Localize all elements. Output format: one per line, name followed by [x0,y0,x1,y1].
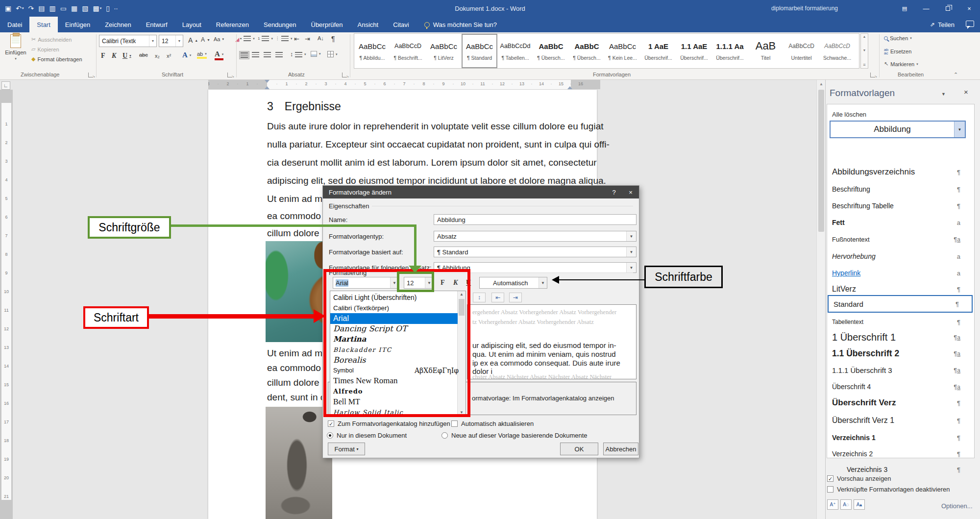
chevron-down-icon[interactable]: ▼ [626,247,636,257]
auto-update-checkbox[interactable]: Automatisch aktualisieren [451,420,534,427]
comments-icon[interactable] [966,21,974,27]
gallery-style-überschrif[interactable]: 1.1.1 AaÜberschrif... [712,34,748,68]
align-left-button[interactable] [239,51,249,59]
gallery-style-titel[interactable]: AaBTitel [748,34,784,68]
pane-close-icon[interactable]: × [964,88,968,96]
style-item-1-überschrift-1[interactable]: 1 Überschrift 1¶a [827,330,973,345]
shrink-font-button[interactable]: A▼ [201,36,210,43]
text-effects-button[interactable]: A▾ [182,51,191,59]
new-documents-radio[interactable]: Neue auf dieser Vorlage basierende Dokum… [441,432,588,439]
document-scrollbar[interactable]: ▲ [816,80,825,519]
styles-gallery-scrollbar[interactable]: ▲ ▼ ≡ [860,33,868,69]
style-item-1-1-überschrift-2[interactable]: 1.1 Überschrift 2¶a [827,346,973,361]
hanging-indent-marker[interactable] [265,84,270,89]
tab-citavi[interactable]: Citavi [386,17,416,32]
bullet-list-icon[interactable]: •▾ [240,36,255,41]
font-color-button[interactable]: A▾ [215,50,223,60]
decrease-indent-icon[interactable]: ⇤ [491,293,504,302]
decrease-indent-icon[interactable]: ⇤ [294,35,299,43]
gallery-style-untertitel[interactable]: AaBbCcDUntertitel [784,34,819,68]
selected-style-combo[interactable]: Abbildung ▼ [830,121,966,138]
gallery-style-standard[interactable]: AaBbCc¶ Standard [462,34,497,68]
scrollbar-thumb[interactable] [818,90,824,232]
paste-button[interactable]: Einfügen ▾ [3,34,28,61]
clear-formatting-icon[interactable]: ◢ [228,36,239,43]
tab-zeichnen[interactable]: Zeichnen [98,17,138,32]
italic-button[interactable]: K [112,52,116,60]
style-item-fußnotentext[interactable]: Fußnotentext¶a [827,232,973,247]
clipboard-dialog-launcher[interactable] [88,73,93,77]
select-button[interactable]: ↖ Markieren ▾ [884,61,918,67]
justify-button[interactable] [275,52,283,57]
paragraph-dialog-launcher[interactable] [342,73,347,77]
dialog-close-icon[interactable]: × [622,186,639,198]
tab-sendungen[interactable]: Sendungen [256,17,304,32]
underline-button[interactable]: U ▾ [122,52,131,60]
scroll-up-icon[interactable]: ▲ [863,35,866,38]
name-input[interactable]: Abbildung [434,214,637,225]
line-spacing-icon[interactable]: ↕ [473,293,486,302]
tab-stop-selector[interactable]: ∟ [1,81,10,90]
style-item-fett[interactable]: Fetta [827,215,973,230]
chevron-down-icon[interactable]: ▼ [626,231,636,241]
paste-dropdown-icon[interactable]: ▾ [15,57,17,61]
add-to-gallery-checkbox[interactable]: ✓ Zum Formatvorlagenkatalog hinzufügen [328,420,450,427]
style-item-hervorhebung[interactable]: Hervorhebunga [827,249,973,264]
style-item-verzeichnis-2[interactable]: Verzeichnis 2¶ [827,446,973,461]
minimize-button[interactable]: — [915,0,937,17]
gallery-style-litverz[interactable]: AaBbCc¶ LitVerz [426,34,462,68]
shading-icon[interactable]: ▾ [311,51,321,57]
bold-button[interactable]: F [101,52,105,60]
tab-ansicht[interactable]: Ansicht [350,17,386,32]
find-button[interactable]: Suchen ▾ [884,35,912,41]
style-item-überschrift-4[interactable]: Überschrift 4¶a [827,379,973,394]
tab-layout[interactable]: Layout [175,17,209,32]
gallery-style-übersch[interactable]: AaBbC¶ Übersch... [533,34,569,68]
style-item-beschriftung[interactable]: Beschriftung¶ [827,182,973,197]
style-item-überschrift-verz-1[interactable]: Überschrift Verz 1¶ [827,413,973,428]
styles-dialog-launcher[interactable] [870,73,875,77]
highlight-color-button[interactable]: ab▾ [197,51,207,59]
sort-icon[interactable]: A↓ [318,35,324,41]
chevron-down-icon[interactable]: ▼ [175,35,183,47]
font-name-combo[interactable]: Calibri (Textk ▼ [99,35,157,47]
style-item-1-1-1-überschrift-3[interactable]: 1.1.1 Überschrift 3¶a [827,363,973,377]
format-menu-button[interactable]: Format ▾ [328,443,365,455]
gallery-expand-icon[interactable]: ≡ [863,62,865,67]
gallery-style-abbildu[interactable]: AaBbCc¶ Abbildu... [354,34,390,68]
style-inspector-button[interactable]: A◌ [840,499,852,510]
cancel-button[interactable]: Abbrechen [603,443,638,455]
style-item-beschriftung-tabelle[interactable]: Beschriftung Tabelle¶ [827,198,973,213]
tab-datei[interactable]: Datei [0,17,29,32]
preview-checkbox[interactable]: ✓ Vorschau anzeigen [827,475,891,482]
format-painter-button[interactable]: ◆ Format übertragen [31,56,82,62]
based-on-select[interactable]: ¶ Standard▼ [434,247,637,257]
share-button[interactable]: ⇗ Teilen [930,17,955,32]
close-button[interactable]: × [958,0,980,17]
style-type-select[interactable]: Absatz▼ [434,231,637,242]
font-size-combo[interactable]: 12 ▼ [159,35,183,47]
manage-styles-button[interactable]: A▴ [854,499,865,510]
tell-me-assistant[interactable]: Was möchten Sie tun? [416,17,497,32]
style-item-standard[interactable]: Standard¶ [828,295,973,313]
restore-button[interactable] [937,0,958,17]
style-item-tabellentext[interactable]: Tabellentext¶ [827,315,973,329]
horizontal-ruler[interactable]: 3·2·1·1·2·3·4·5·6·7·8·9·10·11·12·13·14·1… [208,80,600,89]
style-item-verzeichnis-1[interactable]: Verzeichnis 1¶ [827,430,973,445]
numbered-list-icon[interactable]: 1▾ [258,36,273,41]
options-link[interactable]: Optionen... [941,502,973,510]
align-center-button[interactable] [252,52,259,57]
tab-referenzen[interactable]: Referenzen [209,17,256,32]
tab-start[interactable]: Start [29,17,57,32]
ok-button[interactable]: OK [560,443,598,455]
gallery-style-tabellen[interactable]: AaBbCcDd¶ Tabellen... [497,34,533,68]
pane-dropdown-icon[interactable]: ▼ [941,92,946,97]
gallery-style-keinlee[interactable]: AaBbCc¶ Kein Lee... [605,34,640,68]
help-icon[interactable]: ? [606,186,622,198]
style-item-hyperlink[interactable]: Hyperlinka [827,266,973,280]
copy-button[interactable]: ▱ Kopieren [31,46,59,52]
gallery-style-überschrif[interactable]: 1 AaEÜberschrif... [640,34,676,68]
chevron-down-icon[interactable]: ▼ [626,263,636,272]
style-item-litverz[interactable]: LitVerz¶ [827,282,973,297]
gallery-style-schwache[interactable]: AaBbCcDSchwache... [819,34,855,68]
